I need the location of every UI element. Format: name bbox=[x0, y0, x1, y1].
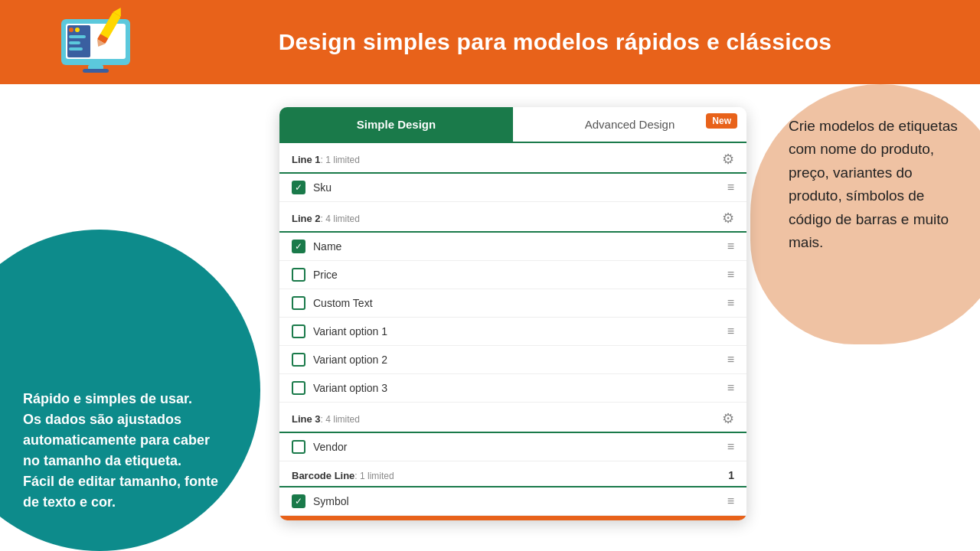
checkbox-custom-text[interactable] bbox=[292, 296, 305, 310]
header: Design simples para modelos rápidos e cl… bbox=[0, 0, 980, 84]
svg-rect-13 bbox=[83, 69, 109, 73]
tab-simple-design[interactable]: Simple Design bbox=[279, 107, 513, 142]
svg-rect-6 bbox=[69, 41, 80, 44]
line3-label: Line 3: 4 limited bbox=[292, 413, 360, 425]
row-vendor: Vendor ≡ ↑ to top bbox=[279, 433, 746, 461]
right-description: Crie modelos de etiquetas com nome do pr… bbox=[773, 107, 980, 262]
label-variant3: Variant option 3 bbox=[313, 382, 720, 394]
label-vendor: Vendor bbox=[313, 441, 720, 453]
line1-header: Line 1: 1 limited ⚙ bbox=[279, 143, 746, 174]
line3-header: Line 3: 4 limited ⚙ bbox=[279, 403, 746, 433]
ui-card: Simple Design Advanced Design New Line 1… bbox=[279, 107, 746, 520]
label-custom-text: Custom Text bbox=[313, 297, 720, 309]
header-title: Design simples para modelos rápidos e cl… bbox=[161, 29, 949, 55]
checkbox-variant2[interactable] bbox=[292, 353, 305, 367]
drag-handle-variant3[interactable]: ≡ bbox=[727, 381, 734, 395]
main-content: Rápido e simples de usar. Os dados são a… bbox=[0, 84, 980, 551]
barcode-label: Barcode Line: 1 limited bbox=[292, 470, 394, 481]
tab-bar: Simple Design Advanced Design New bbox=[279, 107, 746, 143]
checkbox-symbol[interactable] bbox=[292, 494, 305, 508]
logo-icon bbox=[38, 4, 153, 80]
logo-area bbox=[31, 0, 161, 84]
line3-settings-icon[interactable]: ⚙ bbox=[722, 410, 734, 427]
line2-label: Line 2: 4 limited bbox=[292, 213, 360, 224]
line1-settings-icon[interactable]: ⚙ bbox=[722, 151, 734, 168]
new-badge: New bbox=[706, 113, 737, 129]
barcode-count: 1 bbox=[728, 469, 734, 481]
row-price: Price ≡ bbox=[279, 261, 746, 289]
checkbox-name[interactable] bbox=[292, 240, 305, 253]
center-panel: Simple Design Advanced Design New Line 1… bbox=[260, 84, 766, 551]
row-variant2: Variant option 2 ≡ bbox=[279, 346, 746, 374]
row-name: Name ≡ bbox=[279, 233, 746, 261]
checkbox-variant3[interactable] bbox=[292, 381, 305, 395]
label-sku: Sku bbox=[313, 181, 720, 194]
label-name: Name bbox=[313, 240, 720, 253]
barcode-header: Barcode Line: 1 limited 1 bbox=[279, 461, 746, 487]
svg-point-4 bbox=[75, 28, 80, 32]
row-variant3: Variant option 3 ≡ bbox=[279, 374, 746, 403]
label-variant2: Variant option 2 bbox=[313, 354, 720, 366]
left-panel: Rápido e simples de usar. Os dados são a… bbox=[0, 84, 260, 551]
label-variant1: Variant option 1 bbox=[313, 325, 720, 337]
drag-handle-price[interactable]: ≡ bbox=[727, 268, 734, 282]
drag-handle-symbol[interactable]: ≡ bbox=[727, 494, 734, 508]
row-variant1: Variant option 1 ≡ bbox=[279, 318, 746, 346]
label-symbol: Symbol bbox=[313, 495, 720, 507]
line2-header: Line 2: 4 limited ⚙ bbox=[279, 202, 746, 233]
row-sku: Sku ≡ bbox=[279, 174, 746, 202]
bottom-accent-bar bbox=[279, 516, 746, 520]
right-panel: Crie modelos de etiquetas com nome do pr… bbox=[766, 84, 980, 551]
row-custom-text: Custom Text ≡ bbox=[279, 289, 746, 318]
svg-point-3 bbox=[69, 28, 74, 32]
row-symbol: Symbol ≡ bbox=[279, 487, 746, 516]
checkbox-price[interactable] bbox=[292, 268, 305, 282]
svg-rect-7 bbox=[69, 47, 83, 51]
drag-handle-name[interactable]: ≡ bbox=[727, 240, 734, 253]
line2-settings-icon[interactable]: ⚙ bbox=[722, 210, 734, 227]
drag-handle-custom-text[interactable]: ≡ bbox=[727, 296, 734, 310]
drag-handle-variant1[interactable]: ≡ bbox=[727, 324, 734, 338]
left-description: Rápido e simples de usar. Os dados são a… bbox=[8, 373, 245, 528]
drag-handle-sku[interactable]: ≡ bbox=[727, 181, 734, 194]
checkbox-variant1[interactable] bbox=[292, 324, 305, 338]
drag-handle-variant2[interactable]: ≡ bbox=[727, 353, 734, 367]
svg-rect-5 bbox=[69, 35, 86, 38]
drag-handle-vendor[interactable]: ≡ bbox=[727, 440, 734, 454]
checkbox-sku[interactable] bbox=[292, 181, 305, 194]
line1-label: Line 1: 1 limited bbox=[292, 154, 360, 165]
label-price: Price bbox=[313, 269, 720, 281]
checkbox-vendor[interactable] bbox=[292, 440, 305, 454]
